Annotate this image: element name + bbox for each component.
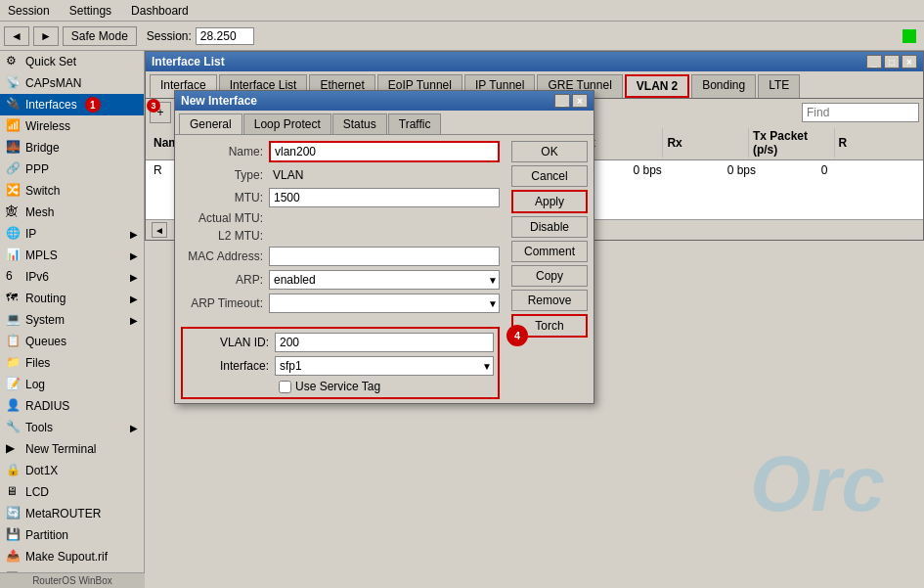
sidebar-item-make-supout[interactable]: 📤 Make Supout.rif — [0, 546, 144, 567]
dialog-minimize-button[interactable]: _ — [554, 94, 570, 108]
interfaces-badge: 1 — [85, 97, 101, 113]
new-interface-dialog: New Interface _ × General Loop Protect S… — [174, 90, 594, 404]
sidebar-item-metarouter[interactable]: 🔄 MetaROUTER — [0, 503, 144, 524]
interfaces-icon: 🔌 — [6, 97, 22, 113]
use-service-tag-checkbox[interactable] — [279, 381, 291, 393]
sidebar-item-quick-set[interactable]: ⚙ Quick Set — [0, 51, 144, 72]
sidebar-item-mesh[interactable]: 🕸 Mesh — [0, 202, 144, 223]
form-row-actual-mtu: Actual MTU: — [181, 211, 500, 225]
sidebar-item-files[interactable]: 📁 Files — [0, 352, 144, 374]
apply-button[interactable]: Apply — [511, 190, 588, 213]
queues-icon: 📋 — [6, 334, 22, 349]
radius-icon: 👤 — [6, 398, 22, 414]
switch-icon: 🔀 — [6, 183, 22, 199]
session-input[interactable] — [196, 27, 254, 45]
sidebar-item-queues[interactable]: 📋 Queues — [0, 331, 144, 352]
nav-left-button[interactable]: ◄ — [152, 222, 167, 238]
ok-button[interactable]: OK — [511, 141, 588, 162]
dialog-buttons: OK Cancel Apply Disable Comment Copy Rem… — [506, 135, 594, 403]
partition-icon: 💾 — [6, 527, 22, 543]
copy-button[interactable]: Copy — [511, 265, 588, 287]
sidebar-item-label: LCD — [25, 485, 49, 499]
tab-lte[interactable]: LTE — [758, 74, 800, 98]
back-button[interactable]: ◄ — [4, 26, 29, 46]
files-icon: 📁 — [6, 355, 22, 371]
window-minimize-button[interactable]: _ — [866, 55, 882, 68]
content-area: Orc Interface List _ □ × Interface Inter… — [145, 51, 924, 588]
mpls-icon: 📊 — [6, 248, 22, 263]
mtu-label: MTU: — [181, 191, 269, 204]
sidebar-item-new-terminal[interactable]: ▶ New Terminal — [0, 438, 144, 460]
cancel-button[interactable]: Cancel — [511, 165, 588, 187]
form-row-type: Type: VLAN — [181, 166, 500, 184]
routing-icon: 🗺 — [6, 291, 22, 306]
arp-select-wrapper: enabled ▼ — [269, 270, 500, 290]
col-tx-pps: Tx Packet (p/s) — [749, 128, 835, 158]
sidebar-item-ipv6[interactable]: 6 IPv6 ▶ — [0, 266, 144, 288]
sidebar-item-mpls[interactable]: 📊 MPLS ▶ — [0, 245, 144, 266]
sidebar-item-switch[interactable]: 🔀 Switch — [0, 180, 144, 202]
sidebar-item-radius[interactable]: 👤 RADIUS — [0, 395, 144, 417]
sidebar-item-partition[interactable]: 💾 Partition — [0, 524, 144, 546]
mtu-input[interactable] — [269, 188, 500, 207]
row-rx: 0 bps — [727, 163, 821, 177]
sidebar-item-log[interactable]: 📝 Log — [0, 374, 144, 395]
dialog-tab-bar: General Loop Protect Status Traffic — [175, 111, 594, 135]
tools-arrow-icon: ▶ — [130, 423, 138, 433]
dialog-close-button[interactable]: × — [572, 94, 588, 108]
dialog-tab-traffic[interactable]: Traffic — [388, 113, 442, 134]
menu-session[interactable]: Session — [4, 2, 54, 20]
metarouter-icon: 🔄 — [6, 506, 22, 521]
sidebar-item-label: Partition — [25, 528, 68, 542]
arp-select[interactable]: enabled — [269, 270, 500, 290]
sidebar-item-wireless[interactable]: 📶 Wireless — [0, 115, 144, 137]
tab-vlan[interactable]: VLAN 2 — [625, 74, 689, 98]
dialog-tab-loop-protect[interactable]: Loop Protect — [243, 113, 331, 134]
dialog-tab-general[interactable]: General — [179, 113, 242, 134]
sidebar-item-tools[interactable]: 🔧 Tools ▶ — [0, 417, 144, 438]
sidebar-item-lcd[interactable]: 🖥 LCD — [0, 481, 144, 503]
menu-bar: Session Settings Dashboard — [0, 0, 924, 22]
arp-timeout-select[interactable] — [269, 294, 500, 313]
winbox-label: RouterOS WinBox — [0, 572, 145, 588]
main-layout: ⚙ Quick Set 📡 CAPsMAN 🔌 Interfaces 1 📶 W… — [0, 51, 924, 588]
tab-bonding[interactable]: Bonding — [691, 74, 756, 98]
sidebar-item-interfaces[interactable]: 🔌 Interfaces 1 — [0, 94, 144, 115]
search-input[interactable] — [802, 103, 919, 122]
sidebar-item-label: Interfaces — [25, 98, 77, 112]
disable-button[interactable]: Disable — [511, 216, 588, 238]
vlan-id-label: VLAN ID: — [187, 336, 275, 349]
window-maximize-button[interactable]: □ — [884, 55, 900, 68]
bridge-icon: 🌉 — [6, 140, 22, 156]
mac-input[interactable] — [269, 247, 500, 266]
comment-button[interactable]: Comment — [511, 241, 588, 262]
sidebar-item-bridge[interactable]: 🌉 Bridge — [0, 137, 144, 158]
add-button[interactable]: + 3 — [150, 102, 171, 123]
sidebar-item-routing[interactable]: 🗺 Routing ▶ — [0, 288, 144, 309]
sidebar-item-label: Switch — [25, 184, 60, 198]
sidebar-item-label: Queues — [25, 335, 66, 348]
ipv6-icon: 6 — [6, 269, 22, 285]
form-row-mac: MAC Address: — [181, 247, 500, 266]
dialog-body: Name: Type: VLAN MTU: Actual MTU: — [175, 135, 594, 403]
dialog-form: Name: Type: VLAN MTU: Actual MTU: — [175, 135, 506, 323]
sidebar-item-capsman[interactable]: 📡 CAPsMAN — [0, 72, 144, 94]
sidebar-item-system[interactable]: 💻 System ▶ — [0, 309, 144, 331]
name-input[interactable] — [269, 141, 500, 162]
sidebar-item-dot1x[interactable]: 🔒 Dot1X — [0, 460, 144, 481]
remove-button[interactable]: Remove — [511, 290, 588, 311]
menu-settings[interactable]: Settings — [66, 2, 115, 20]
vlan-id-input[interactable] — [275, 333, 494, 352]
dialog-form-area: Name: Type: VLAN MTU: Actual MTU: — [175, 135, 506, 403]
menu-dashboard[interactable]: Dashboard — [127, 2, 193, 20]
vlan-interface-select[interactable]: sfp1 — [275, 356, 494, 376]
safe-mode-button[interactable]: Safe Mode — [63, 26, 137, 46]
sidebar-item-label: Mesh — [25, 205, 54, 219]
dialog-title-text: New Interface — [181, 94, 257, 108]
sidebar-item-ppp[interactable]: 🔗 PPP — [0, 158, 144, 180]
window-close-button[interactable]: × — [902, 55, 917, 68]
forward-button[interactable]: ► — [33, 26, 59, 46]
dialog-tab-status[interactable]: Status — [332, 113, 387, 134]
ipv6-arrow-icon: ▶ — [130, 272, 138, 283]
sidebar-item-ip[interactable]: 🌐 IP ▶ — [0, 223, 144, 245]
